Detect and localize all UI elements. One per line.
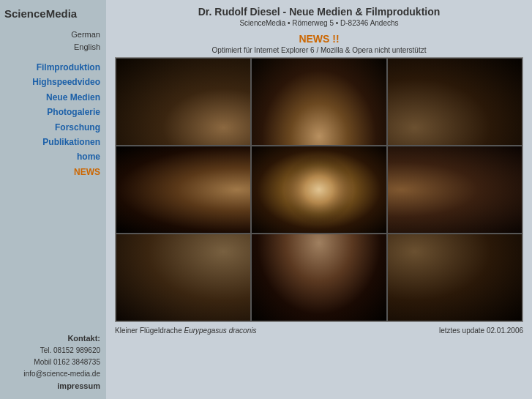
contact-info: Kontakt: Tel. 08152 989620 Mobil 0162 38… (23, 332, 100, 393)
nav-home[interactable]: home (77, 149, 100, 164)
caption-right: letztes update 02.01.2006 (439, 327, 523, 335)
page-header: Dr. Rudolf Diesel - Neue Medien & Filmpr… (115, 6, 523, 27)
lang-english[interactable]: English (71, 41, 100, 53)
nav-forschung[interactable]: Forschung (55, 120, 100, 135)
grid-cell-2-0 (116, 234, 251, 321)
caption-left-normal: Kleiner Flügeldrache (115, 327, 184, 335)
grid-cell-0-2 (387, 58, 522, 146)
image-caption: Kleiner Flügeldrache Eurypegasus draconi… (115, 325, 523, 336)
grid-cell-2-2 (387, 234, 522, 321)
main-content: Dr. Rudolf Diesel - Neue Medien & Filmpr… (106, 0, 532, 399)
page-title: Dr. Rudolf Diesel - Neue Medien & Filmpr… (115, 6, 523, 18)
nav-neue-medien[interactable]: Neue Medien (46, 90, 100, 105)
language-switcher: German English (71, 29, 100, 53)
nav-publikationen[interactable]: Publikationen (42, 135, 100, 149)
nav-filmproduktion[interactable]: Filmproduktion (37, 60, 100, 75)
contact-email[interactable]: info@science-media.de (23, 368, 100, 380)
grid-cell-1-1 (251, 146, 386, 234)
nav-highspeedvideo[interactable]: Highspeedvideo (32, 75, 100, 89)
nav-news[interactable]: NEWS (74, 165, 100, 179)
impressum-link[interactable]: impressum (23, 380, 100, 393)
contact-mobil: Mobil 0162 3848735 (23, 357, 100, 368)
grid-cell-0-0 (116, 58, 251, 146)
news-headline: NEWS !! (115, 33, 523, 45)
lang-german[interactable]: German (71, 29, 100, 41)
grid-cell-2-1 (251, 234, 386, 321)
site-logo: ScienceMedia (0, 7, 77, 20)
image-grid (115, 57, 523, 322)
page-subtitle: ScienceMedia • Römerweg 5 • D-82346 Ande… (115, 19, 523, 27)
optimize-note: Optimiert für Internet Explorer 6 / Mozi… (115, 46, 523, 54)
svg-point-0 (285, 155, 353, 224)
nav-photogalerie[interactable]: Photogalerie (47, 105, 100, 119)
main-nav: Filmproduktion Highspeedvideo Neue Medie… (0, 60, 100, 179)
grid-cell-1-2 (387, 146, 522, 234)
grid-cell-0-1 (251, 58, 386, 146)
caption-left-italic: Eurypegasus draconis (184, 327, 257, 335)
grid-cell-1-0 (116, 146, 251, 234)
caption-left: Kleiner Flügeldrache Eurypegasus draconi… (115, 327, 256, 335)
contact-tel: Tel. 08152 989620 (23, 345, 100, 357)
contact-label: Kontakt: (23, 332, 100, 346)
image-section: Kleiner Flügeldrache Eurypegasus draconi… (115, 57, 523, 393)
sidebar: ScienceMedia German English Filmprodukti… (0, 0, 106, 399)
